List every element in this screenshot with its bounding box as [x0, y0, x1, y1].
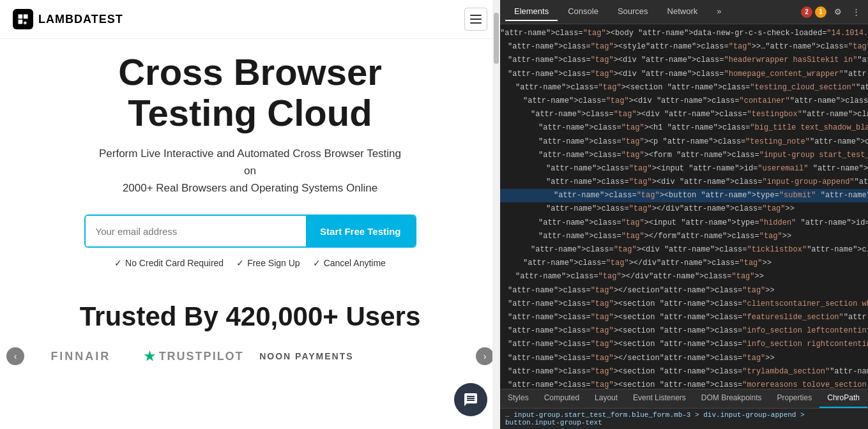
lower-tab-dom-breakpoints[interactable]: DOM Breakpoints — [694, 389, 770, 408]
tab-elements[interactable]: Elements — [505, 3, 558, 21]
tree-line[interactable]: "attr-name">class="tag"><div "attr-name"… — [500, 108, 868, 121]
tick-item-2: ✓ Free Sign Up — [236, 258, 300, 268]
tree-line[interactable]: "attr-name">class="tag"><section "attr-n… — [500, 338, 868, 351]
email-input[interactable] — [86, 216, 307, 246]
lower-tab-styles[interactable]: Styles — [500, 389, 537, 408]
logo-text: LAMBDATEST — [38, 13, 123, 26]
tree-line[interactable]: "attr-name">class="tag"><section "attr-n… — [500, 81, 868, 94]
tick-label-1: No Credit Card Required — [125, 258, 224, 268]
start-testing-button[interactable]: Start Free Testing — [306, 216, 415, 246]
navbar: LAMBDATEST — [0, 0, 500, 39]
tick-item-1: ✓ No Credit Card Required — [114, 258, 224, 268]
devtools-icons: 2 1 ⚙ ⋮ — [801, 6, 863, 18]
brands-next-button[interactable]: › — [476, 347, 494, 365]
tab-network[interactable]: Network — [659, 3, 707, 21]
website-panel: LAMBDATEST Cross Browser Testing Cloud P… — [0, 0, 500, 429]
logo-icon — [13, 9, 33, 29]
tree-line[interactable]: "attr-name">class="tag"><section "attr-n… — [500, 297, 868, 311]
email-form: Start Free Testing — [84, 214, 416, 248]
tab-more[interactable]: » — [708, 3, 730, 21]
chat-bubble-button[interactable] — [454, 383, 487, 416]
tree-line[interactable]: "attr-name">class="tag"><div "attr-name"… — [500, 68, 868, 81]
lower-tab-event-listeners[interactable]: Event Listeners — [625, 389, 694, 408]
breadcrumb-path: … input-group.start_test_form.blue_form.… — [505, 411, 805, 426]
tab-sources[interactable]: Sources — [609, 3, 657, 21]
tree-line[interactable]: "attr-name">class="tag"><div "attr-name"… — [500, 54, 868, 67]
tree-line[interactable]: "attr-name">class="tag"><style"attr-name… — [500, 40, 868, 54]
logo: LAMBDATEST — [13, 9, 123, 29]
settings-icon[interactable]: ⚙ — [832, 6, 844, 18]
tree-line[interactable]: "attr-name">class="tag"><button "attr-na… — [500, 189, 868, 202]
lower-tab-layout[interactable]: Layout — [587, 389, 625, 408]
tree-line[interactable]: "attr-name">class="tag"><section "attr-n… — [500, 324, 868, 338]
error-badge: 2 — [801, 6, 812, 18]
tick-item-3: ✓ Cancel Anytime — [313, 258, 386, 268]
hero-section: Cross Browser Testing Cloud Perform Live… — [0, 39, 500, 301]
trusted-heading: Trusted By 420,000+ Users — [0, 301, 500, 332]
tree-line[interactable]: "attr-name">class="tag"></div"attr-name"… — [500, 202, 868, 216]
tree-line[interactable]: "attr-name">class="tag"><input "attr-nam… — [500, 216, 868, 230]
brand-trustpilot: ★ Trustpilot — [137, 349, 250, 364]
more-options-icon[interactable]: ⋮ — [849, 6, 863, 18]
checkmark-1: ✓ — [114, 258, 122, 268]
error-warn-group: 2 1 — [801, 6, 826, 18]
tick-list: ✓ No Credit Card Required ✓ Free Sign Up… — [19, 258, 481, 268]
devtools-lower-tabs: StylesComputedLayoutEvent ListenersDOM B… — [500, 389, 868, 408]
hero-heading: Cross Browser Testing Cloud — [19, 52, 481, 133]
tree-line[interactable]: "attr-name">class="tag"></form"attr-name… — [500, 230, 868, 243]
checkmark-3: ✓ — [313, 258, 321, 268]
brand-noon: noon payments — [250, 351, 363, 361]
tree-line[interactable]: "attr-name">class="tag"><body "attr-name… — [500, 27, 868, 40]
brands-prev-button[interactable]: ‹ — [6, 347, 24, 365]
devtools-toolbar: Elements Console Sources Network » 2 1 ⚙… — [500, 0, 868, 24]
lower-tab-chropath[interactable]: ChroPath — [819, 389, 867, 408]
tree-line[interactable]: "attr-name">class="tag"></section"attr-n… — [500, 284, 868, 297]
tick-label-3: Cancel Anytime — [324, 258, 386, 268]
tree-line[interactable]: "attr-name">class="tag"><h1 "attr-name">… — [500, 121, 868, 135]
tree-line[interactable]: "attr-name">class="tag"><section "attr-n… — [500, 311, 868, 324]
tree-line[interactable]: "attr-name">class="tag"></section"attr-n… — [500, 352, 868, 365]
tree-line[interactable]: "attr-name">class="tag"><div "attr-name"… — [500, 176, 868, 189]
tree-line[interactable]: "attr-name">class="tag"><p "attr-name">c… — [500, 135, 868, 149]
brand-finnair: FINNAIR — [24, 350, 137, 363]
devtools-panel: Elements Console Sources Network » 2 1 ⚙… — [500, 0, 868, 429]
hero-subtext: Perform Live Interactive and Automated C… — [19, 145, 481, 197]
tree-line[interactable]: "attr-name">class="tag"><section "attr-n… — [500, 379, 868, 389]
tree-line[interactable]: "attr-name">class="tag"><div "attr-name"… — [500, 94, 868, 108]
tree-line[interactable]: "attr-name">class="tag"><section "attr-n… — [500, 365, 868, 379]
lower-tab-computed[interactable]: Computed — [537, 389, 587, 408]
lower-tab-properties[interactable]: Properties — [770, 389, 820, 408]
tree-line[interactable]: "attr-name">class="tag"><input "attr-nam… — [500, 162, 868, 176]
trustpilot-star: ★ — [144, 349, 156, 364]
trusted-section: Trusted By 420,000+ Users ‹ FINNAIR ★ Tr… — [0, 301, 500, 365]
scrollbar[interactable] — [492, 0, 500, 429]
tab-console[interactable]: Console — [559, 3, 607, 21]
devtools-breadcrumb: … input-group.start_test_form.blue_form.… — [500, 408, 868, 429]
warn-badge: 1 — [815, 6, 826, 18]
scroll-thumb — [494, 13, 499, 64]
checkmark-2: ✓ — [236, 258, 244, 268]
hamburger-button[interactable] — [464, 8, 487, 31]
tree-line[interactable]: "attr-name">class="tag"></div"attr-name"… — [500, 257, 868, 270]
tree-line[interactable]: "attr-name">class="tag"></div"attr-name"… — [500, 270, 868, 283]
tick-label-2: Free Sign Up — [247, 258, 300, 268]
tree-line[interactable]: "attr-name">class="tag"><div "attr-name"… — [500, 243, 868, 257]
elements-tree[interactable]: "attr-name">class="tag"><body "attr-name… — [500, 24, 868, 389]
tree-line[interactable]: "attr-name">class="tag"><form "attr-name… — [500, 149, 868, 162]
brands-row: ‹ FINNAIR ★ Trustpilot noon payments › — [0, 347, 500, 365]
